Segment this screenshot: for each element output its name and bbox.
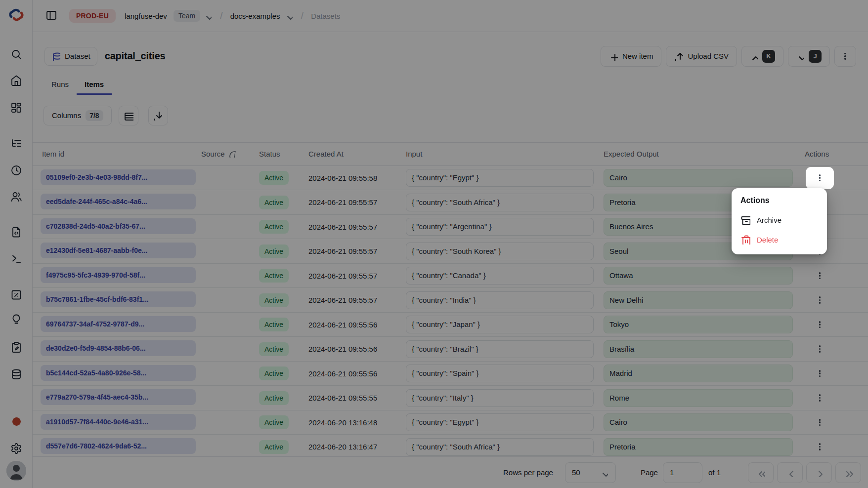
menu-item-label: Delete bbox=[757, 236, 778, 244]
menu-item-delete[interactable]: Delete bbox=[732, 230, 827, 249]
actions-menu-title: Actions bbox=[732, 194, 827, 210]
menu-item-label: Archive bbox=[757, 216, 781, 224]
kebab-icon bbox=[819, 173, 821, 182]
menu-item-archive[interactable]: Archive bbox=[732, 210, 827, 230]
row-actions-button[interactable] bbox=[806, 167, 834, 189]
archive-icon bbox=[740, 215, 750, 225]
row-actions-menu: Actions Archive Delete bbox=[732, 188, 827, 254]
trash-icon bbox=[740, 235, 750, 244]
